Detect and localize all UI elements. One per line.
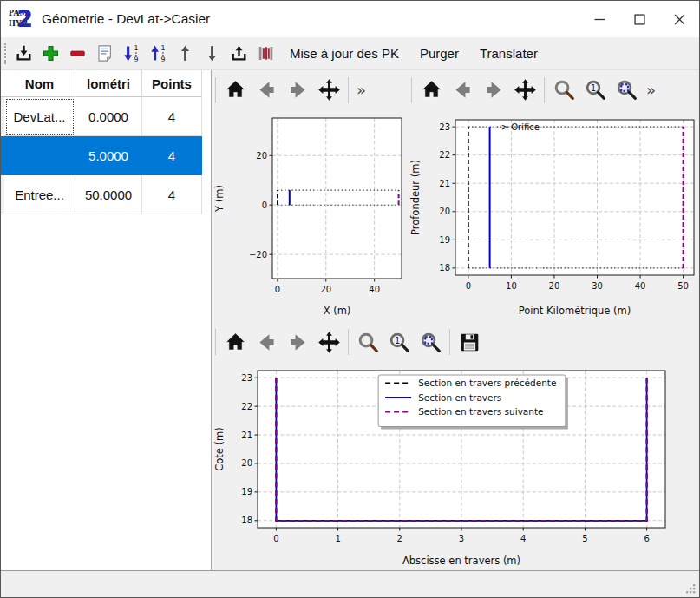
import-button[interactable]: [10, 41, 37, 67]
cell-points[interactable]: 4: [142, 97, 202, 136]
table-row[interactable]: Entree... 50.0000 4: [1, 175, 211, 214]
zoom-fit-button[interactable]: [415, 326, 446, 358]
zoom-fit-icon: [419, 331, 442, 354]
back-button[interactable]: [251, 75, 282, 106]
toolbar-overflow-button[interactable]: »: [642, 81, 660, 99]
purge-button[interactable]: Purger: [409, 41, 469, 67]
svg-text:Cote (m): Cote (m): [213, 427, 226, 470]
table-row[interactable]: 5.0000 4: [1, 136, 211, 175]
import-icon: [14, 43, 34, 63]
export-button[interactable]: [226, 41, 252, 67]
svg-text:19: 19: [241, 487, 252, 496]
back-icon: [255, 331, 278, 354]
profile-toolbar: »: [408, 70, 699, 109]
column-header[interactable]: Points: [142, 70, 202, 97]
zoom-button[interactable]: [352, 326, 383, 358]
back-button[interactable]: [251, 326, 282, 358]
toolbar-overflow-button[interactable]: »: [352, 81, 370, 99]
sort-descending-button[interactable]: [118, 41, 145, 67]
forward-button[interactable]: [282, 326, 313, 358]
pan-button[interactable]: [509, 75, 540, 106]
cell-pk[interactable]: 5.0000: [75, 136, 142, 175]
plan-toolbar: »: [212, 70, 408, 109]
close-button[interactable]: [659, 1, 699, 37]
svg-text:10: 10: [506, 281, 517, 291]
profile-view-canvas[interactable]: 01020304050181920212223Point Kilométriqu…: [408, 109, 700, 320]
cell-points[interactable]: 4: [142, 175, 202, 214]
profile-view-chart[interactable]: 01020304050181920212223Point Kilométriqu…: [408, 109, 699, 320]
svg-text:21: 21: [241, 430, 252, 440]
plan-view-chart[interactable]: 02040−20020X (m)Y (m): [212, 109, 408, 320]
zoom-1-icon: [584, 78, 607, 102]
svg-text:0: 0: [466, 281, 471, 291]
svg-text:18: 18: [241, 516, 252, 525]
remove-button[interactable]: [64, 41, 91, 67]
cell-nom[interactable]: Entree...: [4, 175, 75, 214]
table-header: NomlométriPoints: [1, 70, 211, 97]
pan-button[interactable]: [313, 326, 344, 358]
zoom-1-button[interactable]: [383, 326, 415, 358]
column-header[interactable]: Nom: [4, 70, 75, 97]
weir-button[interactable]: [252, 41, 279, 67]
zoom-1-button[interactable]: [579, 75, 611, 106]
cell-points[interactable]: 4: [142, 136, 202, 175]
cell-nom[interactable]: DevLat...: [4, 97, 75, 136]
forward-button[interactable]: [478, 75, 509, 106]
svg-text:Abscisse en travers (m): Abscisse en travers (m): [402, 555, 520, 567]
cross-section-panel: 0123456181920212223Abscisse en travers (…: [212, 320, 699, 572]
svg-text:0: 0: [275, 285, 280, 294]
svg-text:20: 20: [256, 151, 267, 161]
sections-table: NomlométriPoints DevLat... 0.0000 4 5.00…: [1, 70, 212, 570]
pan-icon: [317, 78, 341, 102]
svg-text:20: 20: [549, 281, 560, 291]
svg-text:Section en travers suivante: Section en travers suivante: [418, 406, 543, 417]
remove-icon: [68, 43, 88, 63]
forward-icon: [482, 78, 506, 102]
plan-view-canvas[interactable]: 02040−20020X (m)Y (m): [212, 109, 408, 320]
update-pk-button[interactable]: Mise à jour des PK: [279, 41, 409, 67]
add-button[interactable]: [37, 41, 64, 67]
section-toolbar: [212, 320, 699, 364]
app-window: PAM HYR 2 Géometrie - DevLat->Casier: [0, 0, 700, 598]
svg-text:20: 20: [439, 207, 450, 216]
back-button[interactable]: [447, 75, 478, 106]
save-icon: [458, 331, 481, 354]
cell-pk[interactable]: 50.0000: [75, 175, 142, 214]
zoom-button[interactable]: [548, 75, 579, 106]
zoom-fit-button[interactable]: [611, 75, 642, 106]
forward-button[interactable]: [282, 75, 313, 106]
column-header[interactable]: lométri: [75, 70, 142, 97]
home-button[interactable]: [219, 75, 251, 106]
minimize-button[interactable]: [579, 1, 619, 37]
translate-button[interactable]: Translater: [469, 41, 548, 67]
edit-button[interactable]: [91, 41, 118, 67]
svg-text:2: 2: [397, 534, 402, 543]
svg-text:23: 23: [241, 373, 252, 383]
svg-text:50: 50: [677, 281, 689, 291]
move-up-icon: [175, 43, 195, 63]
pan-button[interactable]: [313, 75, 344, 106]
svg-text:3: 3: [459, 534, 464, 543]
cross-section-canvas[interactable]: 0123456181920212223Abscisse en travers (…: [212, 364, 671, 570]
svg-text:Section en travers: Section en travers: [418, 392, 501, 403]
svg-text:18: 18: [439, 263, 450, 273]
home-icon: [224, 78, 247, 102]
home-button[interactable]: [415, 75, 447, 106]
cell-pk[interactable]: 0.0000: [75, 97, 142, 136]
toolbar-grip[interactable]: [4, 43, 6, 64]
move-down-icon: [202, 43, 222, 63]
maximize-button[interactable]: [619, 1, 659, 37]
svg-text:> Orifice: > Orifice: [501, 122, 540, 132]
home-button[interactable]: [219, 326, 251, 358]
move-down-button[interactable]: [199, 41, 226, 67]
cell-nom[interactable]: [4, 136, 75, 175]
move-up-button[interactable]: [172, 41, 199, 67]
sort-ascending-button[interactable]: [145, 41, 172, 67]
save-button[interactable]: [454, 326, 485, 358]
resize-grip-icon[interactable]: [684, 582, 697, 595]
table-body: DevLat... 0.0000 4 5.0000 4 Entree... 50…: [1, 97, 211, 214]
cross-section-chart[interactable]: 0123456181920212223Abscisse en travers (…: [212, 364, 699, 570]
svg-text:22: 22: [439, 150, 450, 160]
table-row[interactable]: DevLat... 0.0000 4: [1, 97, 211, 136]
maximize-icon: [634, 14, 645, 25]
